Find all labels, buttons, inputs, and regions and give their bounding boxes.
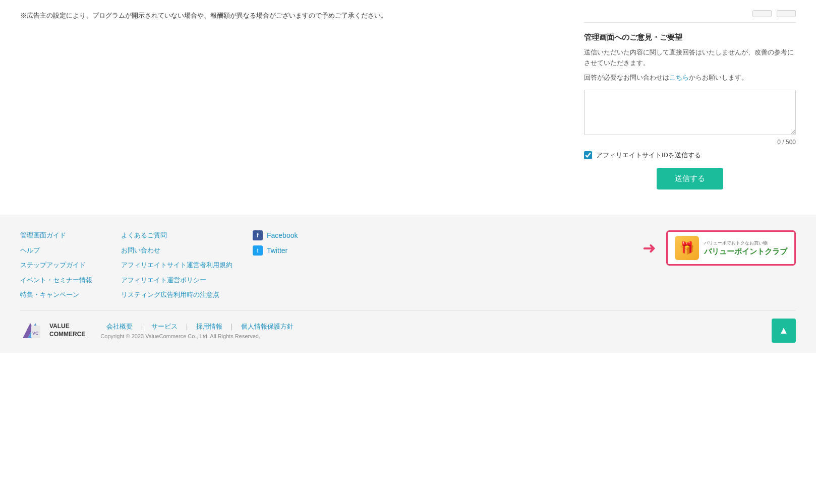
right-panel: 管理画面へのご意見・ご要望 送信いただいた内容に関して直接回答はいたしませんが、…: [584, 10, 796, 195]
scroll-top-button[interactable]: ▲: [772, 319, 796, 343]
copyright: Copyright © 2023 ValueCommerce Co., Ltd.…: [100, 333, 300, 339]
checkbox-row: アフィリエイトサイトIDを送信する: [584, 151, 796, 160]
feedback-textarea[interactable]: [584, 90, 796, 135]
facebook-label: Facebook: [267, 231, 298, 239]
footer-bottom: VC VALUE COMMERCE 会社概要 ｜ サービス ｜ 採用情報 ｜ 個…: [20, 310, 796, 343]
twitter-label: Twitter: [267, 246, 287, 255]
footer-top: 管理画面ガイド ヘルプ ステップアップガイド イベント・セミナー情報 特集・キャ…: [20, 230, 796, 300]
footer: 管理画面ガイド ヘルプ ステップアップガイド イベント・セミナー情報 特集・キャ…: [0, 215, 816, 353]
notice-text: ※広告主の設定により、プログラムが開示されていない場合や、報酬額が異なる場合がご…: [20, 10, 559, 21]
top-btn-2[interactable]: [777, 10, 796, 17]
feedback-desc1: 送信いただいた内容に関して直接回答はいたしませんが、改善の参考にさせていただきま…: [584, 47, 796, 69]
twitter-link[interactable]: t Twitter: [253, 245, 323, 256]
vc-logo-text: VALUE COMMERCE: [49, 323, 85, 338]
footer-link-policy[interactable]: アフィリエイト運営ポリシー: [121, 275, 232, 285]
arrow-right-icon: ➜: [643, 238, 656, 258]
feedback-section: 管理画面へのご意見・ご要望 送信いただいた内容に関して直接回答はいたしませんが、…: [584, 22, 796, 190]
affiliate-id-checkbox[interactable]: [584, 151, 592, 159]
sep-2: ｜: [184, 322, 190, 331]
footer-col-2: よくあるご質問 お問い合わせ アフィリエイトサイト運営者利用規約 アフィリエイト…: [121, 230, 232, 300]
feedback-desc2-post: からお願いします。: [689, 74, 748, 81]
footer-social: f Facebook t Twitter: [253, 230, 323, 256]
footer-link-event[interactable]: イベント・セミナー情報: [20, 275, 101, 285]
feedback-desc2: 回答が必要なお問い合わせはこちらからお願いします。: [584, 73, 796, 83]
footer-link-terms[interactable]: アフィリエイトサイト運営者利用規約: [121, 260, 232, 270]
footer-col-1: 管理画面ガイド ヘルプ ステップアップガイド イベント・セミナー情報 特集・キャ…: [20, 230, 101, 300]
feedback-title: 管理画面へのご意見・ご要望: [584, 33, 796, 42]
sep-3: ｜: [228, 322, 235, 331]
submit-btn-row: 送信する: [584, 168, 796, 190]
left-panel: ※広告主の設定により、プログラムが開示されていない場合や、報酬額が異なる場合がご…: [20, 10, 569, 195]
footer-bottom-link-recruit[interactable]: 採用情報: [190, 322, 228, 331]
submit-button[interactable]: 送信する: [657, 168, 723, 190]
footer-links-bottom: 会社概要 ｜ サービス ｜ 採用情報 ｜ 個人情報保護方針: [100, 322, 300, 331]
banner-name: バリューポイントクラブ: [704, 246, 787, 257]
footer-link-faq[interactable]: よくあるご質問: [121, 230, 232, 240]
top-btn-1[interactable]: [752, 10, 772, 17]
footer-bottom-links-wrapper: 会社概要 ｜ サービス ｜ 採用情報 ｜ 個人情報保護方針 Copyright …: [100, 322, 300, 339]
facebook-link[interactable]: f Facebook: [253, 230, 323, 240]
footer-banner-area: ➜ 🎁 バリューポでおトクなお買い物 バリューポイントクラブ: [643, 230, 796, 266]
footer-bottom-right: ▲: [772, 319, 796, 343]
banner-tagline: バリューポでおトクなお買い物: [704, 240, 787, 246]
banner-box[interactable]: 🎁 バリューポでおトクなお買い物 バリューポイントクラブ: [666, 230, 796, 266]
footer-link-help[interactable]: ヘルプ: [20, 245, 101, 256]
footer-bottom-link-privacy[interactable]: 個人情報保護方針: [235, 322, 300, 331]
checkbox-label: アフィリエイトサイトIDを送信する: [596, 151, 701, 160]
char-count: 0 / 500: [584, 139, 796, 146]
vc-logo-icon: VC: [20, 321, 45, 341]
svg-text:VC: VC: [32, 331, 39, 336]
sep-1: ｜: [139, 322, 145, 331]
company-name-1: VALUE: [49, 323, 85, 331]
footer-link-guide[interactable]: 管理画面ガイド: [20, 230, 101, 240]
feedback-link[interactable]: こちら: [669, 74, 689, 81]
company-name-2: COMMERCE: [49, 331, 85, 339]
footer-link-listing[interactable]: リスティング広告利用時の注意点: [121, 290, 232, 300]
footer-link-campaign[interactable]: 特集・キャンペーン: [20, 290, 101, 300]
twitter-icon: t: [253, 245, 263, 256]
footer-link-stepup[interactable]: ステップアップガイド: [20, 260, 101, 270]
feedback-desc2-pre: 回答が必要なお問い合わせは: [584, 74, 669, 81]
footer-bottom-link-company[interactable]: 会社概要: [100, 322, 139, 331]
footer-link-contact[interactable]: お問い合わせ: [121, 245, 232, 256]
banner-text-area: バリューポでおトクなお買い物 バリューポイントクラブ: [704, 240, 787, 257]
vc-logo: VC VALUE COMMERCE: [20, 321, 85, 341]
facebook-icon: f: [253, 230, 263, 240]
footer-bottom-link-service[interactable]: サービス: [145, 322, 184, 331]
banner-icon: 🎁: [675, 236, 699, 260]
top-buttons: [584, 10, 796, 17]
